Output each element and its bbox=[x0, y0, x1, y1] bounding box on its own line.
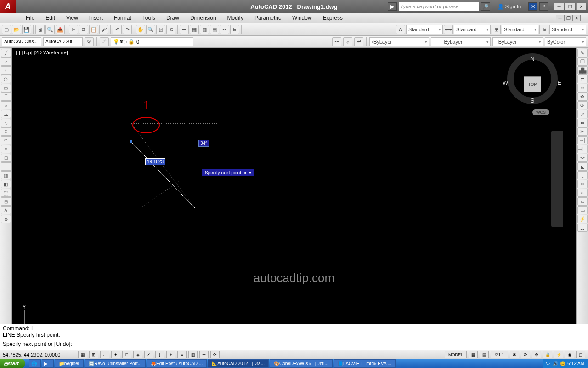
polar-toggle[interactable]: ✦ bbox=[111, 351, 120, 358]
arrow-icon[interactable]: ▶ bbox=[388, 2, 397, 11]
close-button[interactable]: ✕ bbox=[576, 3, 586, 10]
cmd-prompt[interactable]: Specify next point or [Undo]: bbox=[3, 341, 585, 347]
move-icon[interactable]: ✥ bbox=[577, 92, 588, 101]
search-input[interactable]: Type a keyword or phrase bbox=[399, 2, 479, 11]
qselect-icon[interactable]: ⚡ bbox=[577, 215, 588, 223]
workspace-select-a[interactable]: AutoCAD Clas... bbox=[2, 37, 41, 46]
design-center-icon[interactable]: ▦ bbox=[190, 25, 199, 34]
textstyle-select[interactable]: Standard bbox=[406, 25, 443, 34]
zoom-window-icon[interactable]: ⌻ bbox=[156, 25, 165, 34]
textstyle-icon[interactable]: A bbox=[396, 25, 405, 34]
matchprop-icon[interactable]: 🖌 bbox=[99, 25, 108, 34]
help-icon[interactable]: ? bbox=[539, 2, 548, 11]
taskbar-item-autocad[interactable]: 📐 AutoCAD 2012 - [Dra... bbox=[208, 359, 269, 368]
distance-input[interactable]: 19.1823 bbox=[145, 158, 165, 165]
layer-iso-icon[interactable]: ⟐ bbox=[343, 37, 352, 46]
tablestyle-select[interactable]: Standard bbox=[502, 25, 538, 34]
new-icon[interactable]: ▢ bbox=[2, 25, 11, 34]
area-icon[interactable]: ▱ bbox=[577, 197, 588, 206]
ducs-toggle[interactable]: ⌊ bbox=[155, 351, 164, 358]
taskbar-item-lacviet[interactable]: 📘 LACVIET - mtd9 EVA ... bbox=[334, 359, 396, 368]
binoculars-icon[interactable]: 🔎 bbox=[481, 2, 490, 11]
sign-in-button[interactable]: 👤 Sign In bbox=[496, 3, 523, 11]
tray-icon[interactable]: 😊 bbox=[560, 361, 565, 366]
hardware-accel-icon[interactable]: ⚡ bbox=[554, 351, 563, 358]
viewcube[interactable]: N S E W TOP bbox=[507, 53, 558, 104]
extend-icon[interactable]: →| bbox=[577, 136, 588, 144]
select-icon[interactable]: ▭ bbox=[577, 206, 588, 214]
break-icon[interactable]: ⊣⊢ bbox=[577, 145, 588, 153]
doc-minimize-button[interactable]: ─ bbox=[556, 15, 564, 21]
taskbar-item-beginer[interactable]: 📁 beginer bbox=[55, 359, 84, 368]
circle-icon[interactable]: ○ bbox=[1, 101, 11, 109]
rectangle-icon[interactable]: ▭ bbox=[1, 84, 11, 92]
tpy-toggle[interactable]: ▥ bbox=[188, 351, 198, 358]
chamfer-icon[interactable]: ◣ bbox=[577, 162, 588, 171]
minimize-button[interactable]: ─ bbox=[554, 3, 564, 10]
tool-palette-icon[interactable]: ▥ bbox=[200, 25, 209, 34]
lwt-toggle[interactable]: ≡ bbox=[177, 351, 187, 358]
hatch-icon[interactable]: ▨ bbox=[1, 171, 11, 179]
menu-draw[interactable]: Draw bbox=[161, 15, 185, 21]
dimstyle-icon[interactable]: ⟷ bbox=[444, 25, 453, 34]
menu-insert[interactable]: Insert bbox=[84, 15, 108, 21]
line-icon[interactable]: ╱ bbox=[1, 49, 11, 57]
open-icon[interactable]: 📂 bbox=[12, 25, 21, 34]
toolbar-lock-icon[interactable]: 🔒 bbox=[543, 351, 552, 358]
mlstyle-icon[interactable]: ≋ bbox=[539, 25, 548, 34]
osnap-toggle[interactable]: □ bbox=[122, 351, 131, 358]
insert-block-icon[interactable]: ⧈ bbox=[1, 145, 11, 153]
pline-icon[interactable]: ⌇ bbox=[1, 66, 11, 75]
anno-vis-icon[interactable]: ✱ bbox=[510, 351, 519, 358]
taskbar-item-corel[interactable]: 🎨 CorelDRAW X6 - [Unti... bbox=[270, 359, 333, 368]
tray-icon[interactable]: 🛡 bbox=[546, 361, 551, 366]
mlstyle-select[interactable]: Standard bbox=[549, 25, 586, 34]
menu-express[interactable]: Express bbox=[317, 15, 348, 21]
revcloud-icon[interactable]: ☁ bbox=[1, 110, 11, 118]
snap-toggle[interactable]: ▦ bbox=[78, 351, 87, 358]
menu-format[interactable]: Format bbox=[108, 15, 137, 21]
quicklaunch-browser[interactable]: 🌐 bbox=[29, 359, 41, 368]
doc-close-button[interactable]: ✕ bbox=[572, 15, 581, 21]
viewcube-south[interactable]: S bbox=[531, 97, 535, 104]
taskbar-item-revo[interactable]: 🔄 Revo Uninstaller Port... bbox=[85, 359, 146, 368]
coordinates-readout[interactable]: 54.7825, 44.2902, 0.0000 bbox=[3, 352, 76, 357]
region-icon[interactable]: ⬚ bbox=[1, 189, 11, 197]
drawing-canvas[interactable]: [-] [Top] [2D Wireframe] 1 19.1823 34° S… bbox=[12, 48, 576, 350]
point-icon[interactable]: · bbox=[1, 162, 11, 171]
model-space-button[interactable]: MODEL bbox=[445, 351, 467, 358]
array-icon[interactable]: ⠿ bbox=[577, 84, 588, 92]
system-tray[interactable]: 🛡 🔊 😊 6:12 AM bbox=[543, 359, 588, 368]
sheet-set-icon[interactable]: ▤ bbox=[210, 25, 219, 34]
quickview-icon[interactable]: ▦ bbox=[469, 351, 478, 358]
fillet-icon[interactable]: ◟ bbox=[577, 171, 588, 179]
xline-icon[interactable]: ⟋ bbox=[1, 58, 11, 66]
ellipse-arc-icon[interactable]: ◠ bbox=[1, 136, 11, 144]
tray-icon[interactable]: 🔊 bbox=[553, 361, 558, 366]
command-line[interactable]: Command: L LINE Specify first point: Spe… bbox=[0, 324, 588, 350]
redo-icon[interactable]: ↷ bbox=[123, 25, 132, 34]
stretch-icon[interactable]: ⇔ bbox=[577, 119, 588, 127]
preview-icon[interactable]: 🔍 bbox=[45, 25, 55, 34]
layer-state-icon[interactable]: ☷ bbox=[332, 37, 341, 46]
zoom-icon[interactable]: 🔍 bbox=[146, 25, 155, 34]
properties-icon[interactable]: ☰ bbox=[180, 25, 189, 34]
dyn-toggle[interactable]: + bbox=[166, 351, 175, 358]
menu-parametric[interactable]: Parametric bbox=[249, 15, 287, 21]
layer-manager-icon[interactable]: ☄ bbox=[100, 37, 109, 46]
plotstyle-select[interactable]: ByColor bbox=[545, 37, 586, 46]
viewcube-west[interactable]: W bbox=[503, 79, 508, 86]
menu-tools[interactable]: Tools bbox=[137, 15, 161, 21]
menu-window[interactable]: Window bbox=[287, 15, 317, 21]
paste-icon[interactable]: 📋 bbox=[89, 25, 98, 34]
anno-scale-select[interactable]: ⚖ 1:1 bbox=[491, 351, 508, 358]
gear-icon[interactable]: ⚙ bbox=[85, 37, 94, 46]
explode-icon[interactable]: ✶ bbox=[577, 180, 588, 188]
viewcube-north[interactable]: N bbox=[530, 55, 534, 62]
sc-toggle[interactable]: ⟳ bbox=[210, 351, 220, 358]
grid-toggle[interactable]: ⊞ bbox=[89, 351, 98, 358]
cut-icon[interactable]: ✂ bbox=[69, 25, 78, 34]
color-select[interactable]: ▫ ByLayer bbox=[369, 37, 429, 46]
lineweight-select[interactable]: ─ ByLayer bbox=[492, 37, 543, 46]
copy-obj-icon[interactable]: ❐ bbox=[577, 58, 588, 66]
